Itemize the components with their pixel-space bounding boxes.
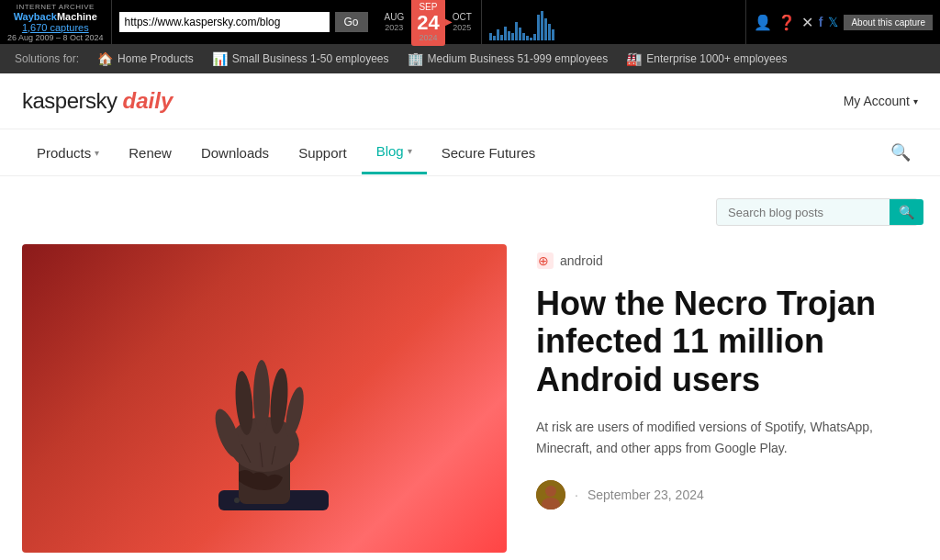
cal-month-sep[interactable]: SEP 24 2024 xyxy=(411,0,444,46)
zombie-hand-svg xyxy=(173,270,356,527)
header-right: My Account ▾ xyxy=(844,94,918,108)
wayback-logo: INTERNET ARCHIVE WaybackMachine 1,670 ca… xyxy=(0,0,112,44)
nav-secure-futures[interactable]: Secure Futures xyxy=(427,132,551,174)
home-icon: 🏠 xyxy=(97,51,113,66)
site-logo[interactable]: kaspersky daily xyxy=(22,88,173,114)
wayback-icons: 👤 ❓ ✕ f 𝕏 About this capture xyxy=(745,0,940,44)
article-excerpt: At risk are users of modified versions o… xyxy=(536,417,918,458)
svg-point-1 xyxy=(234,498,240,503)
solutions-label: Solutions for: xyxy=(15,52,79,65)
wayback-calendar: AUG 2023 SEP 24 2024 OCT 2025 xyxy=(375,0,481,44)
twitter-icon[interactable]: 𝕏 xyxy=(828,15,838,29)
caret-icon: ▾ xyxy=(95,148,99,158)
nav-products[interactable]: Products ▾ xyxy=(22,132,114,174)
nav-blog[interactable]: Blog ▾ xyxy=(362,130,427,174)
account-label: My Account xyxy=(844,94,910,108)
captures-link[interactable]: 1,670 captures xyxy=(22,22,89,33)
solutions-bar: Solutions for: 🏠 Home Products 📊 Small B… xyxy=(0,44,940,73)
help-icon[interactable]: ❓ xyxy=(778,14,796,31)
android-icon: ⊕ xyxy=(536,252,554,270)
nav-downloads[interactable]: Downloads xyxy=(186,132,284,174)
wayback-graph xyxy=(481,0,745,44)
search-toggle[interactable]: 🔍 xyxy=(883,129,918,175)
article-layout: ⊕ android How the Necro Trojan infected … xyxy=(22,244,918,553)
wayback-url-input[interactable] xyxy=(119,12,330,32)
article-date: September 23, 2024 xyxy=(588,487,704,502)
captures-dates: 26 Aug 2009 – 8 Oct 2024 xyxy=(7,33,104,42)
solutions-enterprise[interactable]: 🏭 Enterprise 1000+ employees xyxy=(626,51,787,66)
search-submit-button[interactable]: 🔍 xyxy=(890,199,923,225)
small-biz-icon: 📊 xyxy=(212,51,228,66)
article-category: ⊕ android xyxy=(536,252,918,270)
blog-caret-icon: ▾ xyxy=(408,146,412,156)
solutions-small-biz[interactable]: 📊 Small Business 1-50 employees xyxy=(212,51,389,66)
svg-point-19 xyxy=(545,486,556,497)
svg-text:⊕: ⊕ xyxy=(538,253,549,268)
logo-sub: daily xyxy=(123,88,173,114)
cal-month-aug[interactable]: AUG 2023 xyxy=(379,8,410,37)
solutions-medium-biz[interactable]: 🏢 Medium Business 51-999 employees xyxy=(408,51,609,66)
search-row: 🔍 xyxy=(22,198,918,226)
nav-support[interactable]: Support xyxy=(284,132,362,174)
user-icon[interactable]: 👤 xyxy=(754,14,772,31)
category-label: android xyxy=(560,253,603,268)
internet-archive-label: INTERNET ARCHIVE xyxy=(17,3,95,11)
search-input[interactable] xyxy=(728,206,882,219)
graph-bars xyxy=(489,7,738,40)
author-avatar xyxy=(536,480,565,510)
article-content: ⊕ android How the Necro Trojan infected … xyxy=(536,244,918,553)
chevron-down-icon: ▾ xyxy=(913,96,918,106)
meta-separator: · xyxy=(575,487,578,502)
site-header: kaspersky daily My Account ▾ xyxy=(0,73,940,129)
my-account-link[interactable]: My Account ▾ xyxy=(844,94,918,108)
content-area: 🔍 xyxy=(0,176,940,553)
article-featured-image[interactable] xyxy=(22,244,507,553)
enterprise-icon: 🏭 xyxy=(626,51,642,66)
close-icon[interactable]: ✕ xyxy=(801,14,813,31)
wayback-bar: INTERNET ARCHIVE WaybackMachine 1,670 ca… xyxy=(0,0,940,44)
svg-point-10 xyxy=(253,360,270,433)
main-nav: Products ▾ Renew Downloads Support Blog … xyxy=(0,129,940,176)
wayback-url-bar: Go xyxy=(112,0,375,44)
article-title: How the Necro Trojan infected 11 million… xyxy=(536,285,918,398)
about-capture-button[interactable]: About this capture xyxy=(844,15,933,30)
wayback-go-button[interactable]: Go xyxy=(335,12,368,32)
facebook-icon[interactable]: f xyxy=(819,15,823,29)
logo-brand: kaspersky xyxy=(22,88,118,114)
search-box: 🔍 xyxy=(716,198,918,226)
wayback-machine-label: WaybackMachine xyxy=(14,11,97,22)
article-meta: · September 23, 2024 xyxy=(536,480,918,510)
solutions-home[interactable]: 🏠 Home Products xyxy=(97,51,194,66)
medium-biz-icon: 🏢 xyxy=(408,51,423,66)
nav-renew[interactable]: Renew xyxy=(114,132,186,174)
